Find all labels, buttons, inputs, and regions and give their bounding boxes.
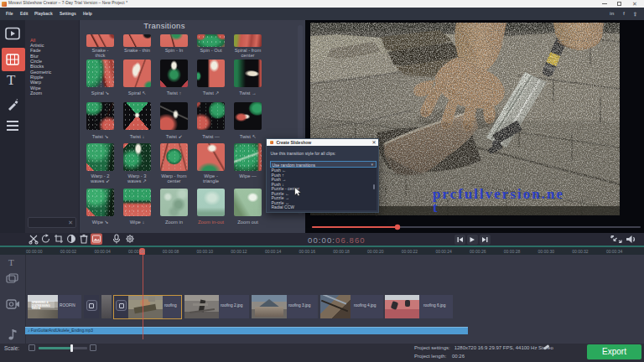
- svg-text:prcfullversion.ne: prcfullversion.ne: [433, 186, 564, 202]
- svg-text:t: t: [433, 199, 438, 215]
